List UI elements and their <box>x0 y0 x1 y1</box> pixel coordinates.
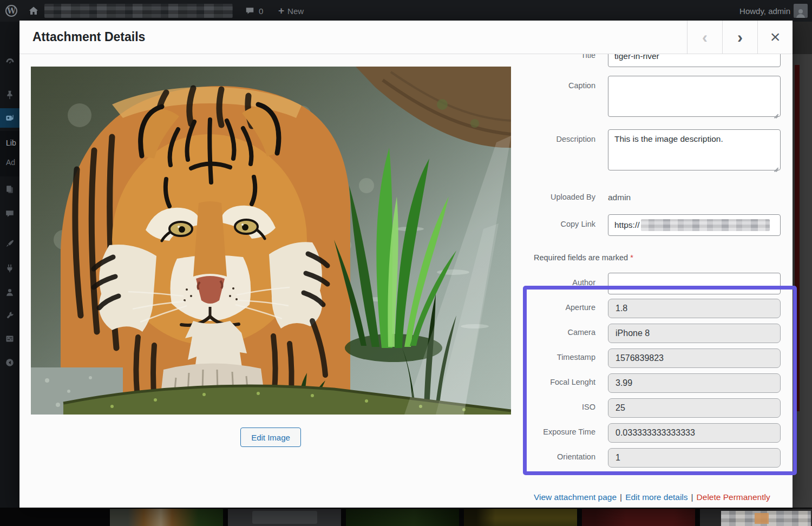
settings-icon[interactable] <box>0 329 19 349</box>
previous-attachment-button[interactable]: ‹ <box>687 21 722 54</box>
url-prefix: https:// <box>614 220 640 230</box>
blurred-thumbnail-annotation <box>721 511 811 526</box>
posts-pin-icon[interactable] <box>0 85 19 104</box>
wordpress-logo-letter: W <box>5 5 17 17</box>
attachment-details-modal: Attachment Details ‹ › × <box>19 21 793 508</box>
camera-input[interactable] <box>608 324 781 343</box>
edit-more-details-link[interactable]: Edit more details <box>625 492 687 502</box>
url-blurred <box>641 219 770 231</box>
comments-icon[interactable] <box>0 204 19 223</box>
aperture-field-row: Aperture <box>522 299 781 318</box>
page-background-top-right <box>793 21 812 54</box>
iso-label: ISO <box>522 398 608 418</box>
attachment-preview-image <box>31 67 511 415</box>
media-icon[interactable] <box>0 108 19 128</box>
close-modal-button[interactable]: × <box>757 21 793 54</box>
exposure-time-label: Exposure Time <box>522 423 608 443</box>
required-fields-note: Required fields are marked * <box>522 253 781 262</box>
exposure-time-field-row: Exposure Time <box>522 423 781 443</box>
uploaded-by-label: Uploaded By <box>522 187 608 202</box>
required-asterisk: * <box>630 253 633 262</box>
orientation-field-row: Orientation <box>522 448 781 468</box>
media-thumbnail <box>464 509 577 526</box>
attachment-actions: View attachment page|Edit more details|D… <box>522 492 781 502</box>
media-submenu: Lib Ad <box>0 131 19 176</box>
admin-sidebar: Lib Ad <box>0 22 19 508</box>
modal-nav: ‹ › × <box>687 21 793 54</box>
uploaded-by-row: Uploaded By admin <box>522 187 781 202</box>
timestamp-field-row: Timestamp <box>522 349 781 368</box>
attachment-details-panel: Title Caption Description This is the im… <box>522 54 781 508</box>
media-thumbnail <box>110 509 223 526</box>
comments-bubble[interactable]: 0 <box>245 0 263 22</box>
copy-link-input[interactable]: https:// <box>608 214 781 236</box>
media-thumbnail <box>228 509 341 526</box>
plugins-icon[interactable] <box>0 258 19 278</box>
iso-field-row: ISO <box>522 398 781 418</box>
timestamp-input[interactable] <box>608 349 781 368</box>
background-red-element <box>795 65 800 411</box>
plus-icon: + <box>278 5 284 17</box>
camera-label: Camera <box>522 324 608 343</box>
thumbnail-tree-silhouette <box>464 509 495 526</box>
uploaded-by-value: admin <box>608 187 631 202</box>
focal-length-field-row: Focal Lenght <box>522 373 781 393</box>
copy-link-row: Copy Link https:// <box>522 214 781 236</box>
edit-image-button[interactable]: Edit Image <box>240 428 301 447</box>
resize-grip-icon[interactable] <box>772 163 778 169</box>
wordpress-logo-icon[interactable]: W <box>4 0 18 22</box>
next-attachment-button[interactable]: › <box>722 21 757 54</box>
title-field-row: Title <box>522 54 781 67</box>
media-library-grid <box>0 508 812 526</box>
view-attachment-page-link[interactable]: View attachment page <box>534 492 617 502</box>
iso-input[interactable] <box>608 398 781 418</box>
chevron-left-icon: ‹ <box>702 28 708 47</box>
sidebar-item-library[interactable]: Lib <box>6 139 16 147</box>
modal-title: Attachment Details <box>19 30 145 44</box>
avatar[interactable] <box>794 0 808 22</box>
media-thumbnail <box>582 509 695 526</box>
focal-length-label: Focal Lenght <box>522 373 608 393</box>
author-input[interactable] <box>608 273 781 294</box>
caption-label: Caption <box>522 76 608 119</box>
sidebar-item-add-new[interactable]: Ad <box>6 158 15 167</box>
resize-grip-icon[interactable] <box>772 110 778 116</box>
close-icon: × <box>770 27 781 47</box>
exposure-time-input[interactable] <box>608 423 781 443</box>
author-field-row: Author <box>522 273 781 294</box>
users-icon[interactable] <box>0 282 19 302</box>
title-label: Title <box>522 54 608 67</box>
modal-header: Attachment Details ‹ › × <box>19 21 793 54</box>
comment-count: 0 <box>259 6 263 16</box>
howdy-label: Howdy, admin <box>739 6 790 16</box>
new-label: New <box>287 6 304 16</box>
site-title-blurred[interactable] <box>44 4 233 18</box>
howdy-account-menu[interactable]: Howdy, admin <box>739 0 790 22</box>
collapse-menu-icon[interactable] <box>0 353 19 372</box>
camera-field-row: Camera <box>522 324 781 343</box>
description-field-row: Description This is the image descriptio… <box>522 129 781 173</box>
thumbnail-card <box>252 511 317 524</box>
tools-icon[interactable] <box>0 306 19 325</box>
description-textarea[interactable]: This is the image description. <box>608 129 781 170</box>
aperture-input[interactable] <box>608 299 781 318</box>
comment-bubble-icon <box>245 6 255 16</box>
media-thumbnail <box>346 509 459 526</box>
pages-icon[interactable] <box>0 180 19 199</box>
title-input[interactable] <box>608 54 781 67</box>
orientation-input[interactable] <box>608 448 781 468</box>
aperture-label: Aperture <box>522 299 608 318</box>
focal-length-input[interactable] <box>608 373 781 393</box>
description-label: Description <box>522 129 608 173</box>
home-icon[interactable] <box>28 0 39 22</box>
dashboard-icon[interactable] <box>0 52 19 71</box>
new-button[interactable]: + New <box>278 0 304 22</box>
appearance-icon[interactable] <box>0 234 19 253</box>
admin-bar: W 0 + New Howdy, admin <box>0 0 812 22</box>
delete-permanently-link[interactable]: Delete Permanently <box>697 492 770 502</box>
caption-textarea[interactable] <box>608 76 781 117</box>
author-label: Author <box>522 273 608 294</box>
blur-orange-patch <box>755 513 769 524</box>
orientation-label: Orientation <box>522 448 608 468</box>
caption-field-row: Caption <box>522 76 781 119</box>
